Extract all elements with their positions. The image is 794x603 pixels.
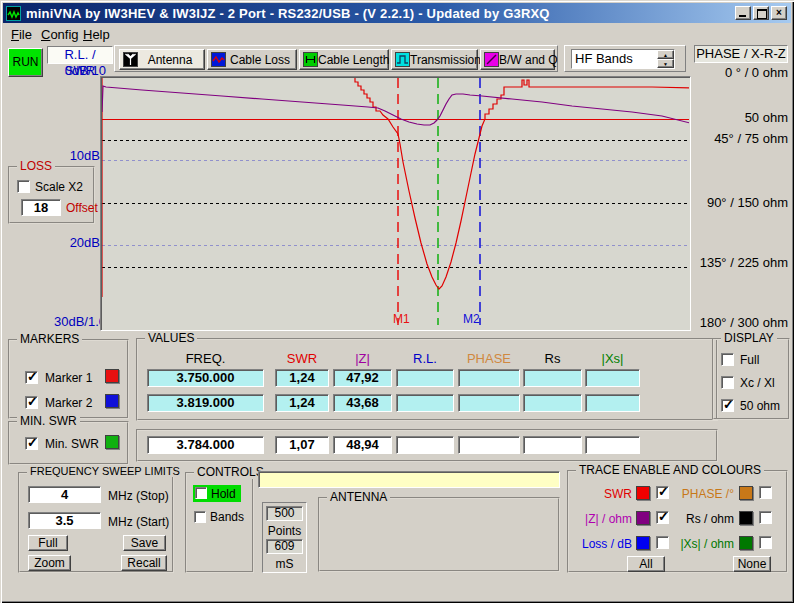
display-xcxl-label: Xc / Xl <box>740 376 775 390</box>
trace-rs-checkbox[interactable] <box>759 511 772 524</box>
trace-xs-color-swatch[interactable] <box>739 536 753 550</box>
cable-loss-icon <box>211 52 226 67</box>
trace-z-color-swatch[interactable] <box>636 511 650 525</box>
minimize-button-icon[interactable] <box>735 6 751 20</box>
scale-x2-checkbox[interactable] <box>17 180 30 193</box>
maximize-button-icon[interactable] <box>753 6 769 20</box>
trace-all-button[interactable]: All <box>627 556 665 572</box>
band-spinner-up-icon[interactable]: ▲ <box>657 50 674 59</box>
display-xcxl-checkbox[interactable] <box>721 376 734 389</box>
trace-enable-title: TRACE ENABLE AND COLOURS <box>576 463 764 477</box>
min-swr-title: MIN. SWR <box>17 414 80 428</box>
values-title: VALUES <box>145 331 197 345</box>
trace-enable-groupbox: TRACE ENABLE AND COLOURS SWR PHASE /° |Z… <box>567 470 788 573</box>
app-window: miniVNA by IW3HEV & IW3IJZ - 2 Port - RS… <box>0 0 794 603</box>
values-groupbox: VALUES FREQ. SWR |Z| R.L. PHASE Rs |Xs| … <box>136 338 718 421</box>
trace-loss-label: Loss / dB <box>571 537 632 551</box>
tab-bw-q-label: B/W and Q <box>499 53 560 67</box>
scale-x2-label: Scale X2 <box>35 180 83 194</box>
tab-antenna-label: Antenna <box>138 53 204 67</box>
tab-cable-length-label: Cable Length <box>318 53 391 67</box>
tab-cable-loss-label: Cable Loss <box>226 53 296 67</box>
scale-loss-top: 0dB/10 <box>36 63 106 78</box>
scale-right-75: 45° / 75 ohm <box>714 131 788 146</box>
hold-toggle[interactable]: Hold <box>193 485 241 502</box>
values-header-swr: SWR <box>275 351 329 366</box>
scale-right-50: 50 ohm <box>745 110 788 125</box>
markers-title: MARKERS <box>17 332 82 346</box>
values-header-xs: |Xs| <box>585 351 640 366</box>
trace-z-checkbox[interactable] <box>656 511 669 524</box>
status-input[interactable] <box>258 471 560 488</box>
scale-right-0: 0 ° / 0 ohm <box>725 65 788 80</box>
display-50ohm-checkbox[interactable] <box>721 399 734 412</box>
marker2-color-swatch[interactable] <box>105 394 119 408</box>
marker1-checkbox[interactable] <box>25 371 38 384</box>
trace-none-button[interactable]: None <box>733 556 771 572</box>
recall-button[interactable]: Recall <box>121 555 167 571</box>
scale-right-150: 90° / 150 ohm <box>707 195 788 210</box>
marker1-rl-value <box>396 369 454 387</box>
marker1-rs-value <box>523 369 582 387</box>
marker2-label-text: Marker 2 <box>45 396 92 410</box>
band-select-panel: HF Bands ▲ ▼ <box>564 45 686 72</box>
start-frequency-input[interactable]: 3.5 <box>28 512 101 529</box>
full-button[interactable]: Full <box>28 535 68 551</box>
tab-panel: Antenna Cable Loss Cable Length Transmis… <box>114 45 558 72</box>
trace-phase-checkbox[interactable] <box>759 486 772 499</box>
transmission-icon <box>395 52 410 67</box>
trace-loss-color-swatch[interactable] <box>636 536 650 550</box>
menu-file[interactable]: File <box>8 26 35 43</box>
close-button-icon[interactable]: × <box>771 6 787 20</box>
hold-label: Hold <box>211 487 236 501</box>
trace-swr-checkbox[interactable] <box>656 486 669 499</box>
tab-transmission-label: Transmission <box>410 53 483 67</box>
min-swr-color-swatch[interactable] <box>105 435 119 449</box>
start-frequency-label: MHz (Start) <box>108 515 169 529</box>
menu-help[interactable]: Help <box>80 26 113 43</box>
marker1-color-swatch[interactable] <box>105 369 119 383</box>
loss-title: LOSS <box>17 159 55 173</box>
bands-label: Bands <box>210 510 244 524</box>
band-spinner-down-icon[interactable]: ▼ <box>657 59 674 68</box>
hold-checkbox[interactable] <box>195 487 207 499</box>
trace-phase-color-swatch[interactable] <box>739 486 753 500</box>
tab-transmission[interactable]: Transmission <box>391 49 478 70</box>
tab-bw-and-q[interactable]: B/W and Q <box>480 49 555 70</box>
loss-offset-input[interactable]: 18 <box>21 199 61 216</box>
save-button[interactable]: Save <box>123 535 166 551</box>
band-select[interactable]: HF Bands <box>575 51 633 66</box>
trace-loss-checkbox[interactable] <box>656 536 669 549</box>
stop-frequency-input[interactable]: 4 <box>28 486 101 503</box>
antenna-groupbox: ANTENNA <box>318 497 560 572</box>
swr-trace <box>355 78 689 289</box>
display-full-label: Full <box>740 353 759 367</box>
scale-right-300: 180° / 300 ohm <box>700 315 788 330</box>
min-swr-swr-value: 1,07 <box>275 436 329 454</box>
display-full-checkbox[interactable] <box>721 353 734 366</box>
sweep-time-value: 609 <box>266 539 303 554</box>
min-swr-xs-value <box>585 436 640 454</box>
sweep-limits-title: FREQUENCY SWEEP LIMITS <box>27 465 183 477</box>
stop-frequency-label: MHz (Stop) <box>108 489 169 503</box>
tab-cable-loss[interactable]: Cable Loss <box>207 49 297 70</box>
values-header-z: |Z| <box>333 351 392 366</box>
trace-swr-color-swatch[interactable] <box>636 486 650 500</box>
trace-xs-checkbox[interactable] <box>759 536 772 549</box>
marker2-checkbox[interactable] <box>25 396 38 409</box>
marker1-label: M1 <box>393 312 410 326</box>
menu-config[interactable]: Config <box>38 26 82 43</box>
min-swr-checkbox[interactable] <box>25 437 38 450</box>
trace-rs-color-swatch[interactable] <box>739 511 753 525</box>
values-header-rs: Rs <box>523 351 582 366</box>
zoom-button[interactable]: Zoom <box>28 555 71 571</box>
chart-plot[interactable]: M1 M2 <box>102 78 689 329</box>
tab-cable-length[interactable]: Cable Length <box>299 49 389 70</box>
min-swr-values-panel: 3.784.000 1,07 48,94 <box>136 429 718 462</box>
marker2-phase-value <box>458 394 520 412</box>
loss-groupbox: LOSS Scale X2 18 Offset <box>8 166 95 224</box>
min-swr-phase-value <box>458 436 520 454</box>
tab-antenna[interactable]: Antenna <box>119 49 205 70</box>
points-value: 500 <box>266 506 303 521</box>
bands-checkbox[interactable] <box>194 511 206 523</box>
